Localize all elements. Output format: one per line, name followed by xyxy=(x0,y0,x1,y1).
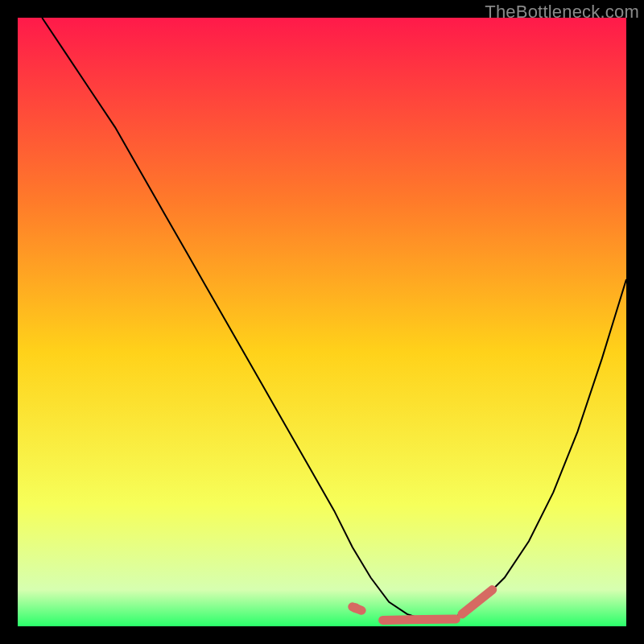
watermark-text: TheBottleneck.com xyxy=(485,2,639,23)
highlight-dot xyxy=(351,603,361,613)
bottleneck-chart xyxy=(18,18,626,626)
gradient-background xyxy=(18,18,626,626)
highlight-segment xyxy=(383,619,456,621)
chart-frame xyxy=(18,18,626,626)
